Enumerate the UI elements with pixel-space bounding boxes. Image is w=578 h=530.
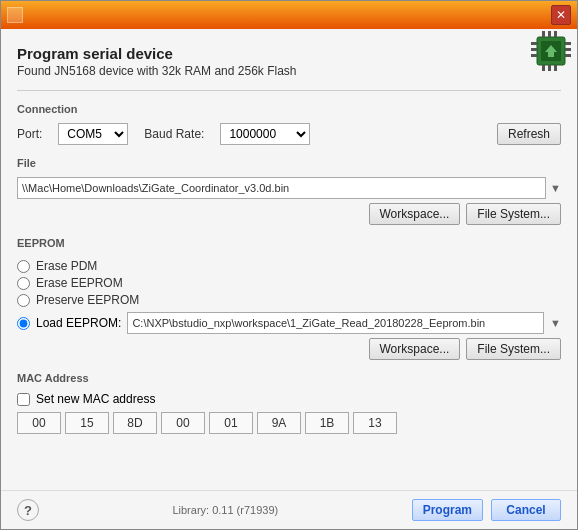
svg-rect-10 [554,31,557,37]
erase-eeprom-row: Erase EEPROM [17,276,561,290]
preserve-eeprom-radio[interactable] [17,294,30,307]
load-eeprom-label: Load EEPROM: [36,316,121,330]
mac-field-2[interactable] [113,412,157,434]
erase-eeprom-radio[interactable] [17,277,30,290]
port-select[interactable]: COM5 COM1 COM2 COM3 COM4 [58,123,128,145]
eeprom-label: EEPROM [17,237,561,249]
mac-field-5[interactable] [257,412,301,434]
svg-rect-6 [565,48,571,51]
file-dropdown-icon: ▼ [550,182,561,194]
svg-rect-4 [531,54,537,57]
main-window: ✕ [0,0,578,530]
library-info: Library: 0.11 (r71939) [172,504,278,516]
preserve-eeprom-row: Preserve EEPROM [17,293,561,307]
erase-eeprom-label: Erase EEPROM [36,276,123,290]
window-title: Program serial device Found JN5168 devic… [17,45,561,78]
erase-pdm-label: Erase PDM [36,259,97,273]
file-btn-row: Workspace... File System... [17,203,561,225]
mac-section: MAC Address Set new MAC address [17,372,561,434]
chip-icon [529,29,573,73]
file-workspace-button[interactable]: Workspace... [369,203,461,225]
connection-label: Connection [17,103,561,115]
mac-field-1[interactable] [65,412,109,434]
baud-select[interactable]: 1000000 115200 57600 38400 [220,123,310,145]
main-content: Program serial device Found JN5168 devic… [1,29,577,490]
mac-check-row: Set new MAC address [17,392,561,406]
mac-check-label: Set new MAC address [36,392,155,406]
eeprom-workspace-button[interactable]: Workspace... [369,338,461,360]
eeprom-file-input[interactable] [127,312,544,334]
connection-row: Port: COM5 COM1 COM2 COM3 COM4 Baud Rate… [17,123,561,145]
mac-field-0[interactable] [17,412,61,434]
svg-rect-5 [565,42,571,45]
erase-pdm-radio[interactable] [17,260,30,273]
file-filesystem-button[interactable]: File System... [466,203,561,225]
svg-rect-12 [548,65,551,71]
svg-rect-2 [531,42,537,45]
file-row: ▼ [17,177,561,199]
title-bar: ✕ [1,1,577,29]
eeprom-filesystem-button[interactable]: File System... [466,338,561,360]
eeprom-options: Erase PDM Erase EEPROM Preserve EEPROM L… [17,259,561,334]
footer-buttons: Program Cancel [412,499,561,521]
svg-rect-11 [542,65,545,71]
title-bar-left [7,7,23,23]
help-button[interactable]: ? [17,499,39,521]
file-path-input[interactable] [17,177,546,199]
mac-checkbox[interactable] [17,393,30,406]
mac-field-7[interactable] [353,412,397,434]
preserve-eeprom-label: Preserve EEPROM [36,293,139,307]
svg-rect-8 [542,31,545,37]
connection-section: Connection Port: COM5 COM1 COM2 COM3 COM… [17,103,561,145]
mac-field-3[interactable] [161,412,205,434]
svg-rect-3 [531,48,537,51]
mac-label: MAC Address [17,372,561,384]
refresh-button[interactable]: Refresh [497,123,561,145]
eeprom-section: EEPROM Erase PDM Erase EEPROM Preserve E… [17,237,561,360]
mac-field-6[interactable] [305,412,349,434]
program-title: Program serial device [17,45,561,62]
footer: ? Library: 0.11 (r71939) Program Cancel [1,490,577,529]
mac-field-4[interactable] [209,412,253,434]
erase-pdm-row: Erase PDM [17,259,561,273]
svg-rect-13 [554,65,557,71]
eeprom-btn-row: Workspace... File System... [17,338,561,360]
baud-label: Baud Rate: [144,127,204,141]
port-label: Port: [17,127,42,141]
device-info: Found JN5168 device with 32k RAM and 256… [17,64,561,78]
close-button[interactable]: ✕ [551,5,571,25]
divider-1 [17,90,561,91]
svg-rect-9 [548,31,551,37]
load-eeprom-radio[interactable] [17,317,30,330]
file-label: File [17,157,561,169]
eeprom-dropdown-icon: ▼ [550,317,561,329]
load-eeprom-row: Load EEPROM: ▼ [17,312,561,334]
cancel-button[interactable]: Cancel [491,499,561,521]
mac-fields-row [17,412,561,434]
app-icon [7,7,23,23]
program-button[interactable]: Program [412,499,483,521]
chip-icon-container [529,29,573,76]
svg-rect-7 [565,54,571,57]
file-section: File ▼ Workspace... File System... [17,157,561,225]
